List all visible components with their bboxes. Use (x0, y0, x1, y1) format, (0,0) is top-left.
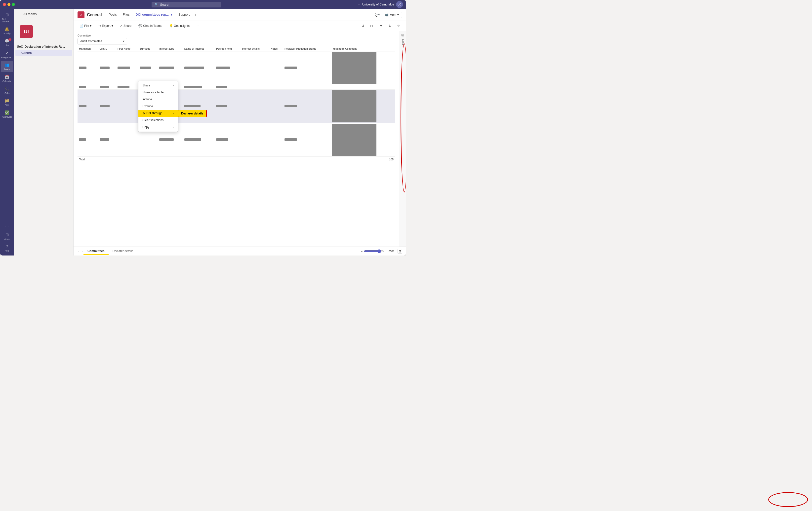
page-nav-left[interactable]: ‹ (78, 249, 81, 253)
sidebar-item-files[interactable]: 📁 Files (1, 97, 13, 108)
minimize-button[interactable] (7, 3, 10, 6)
table-row[interactable] (78, 85, 395, 90)
channel-tabs: Posts Files DOI committees rep... ▾ Supp… (106, 9, 375, 20)
filters-panel[interactable]: ⊞ Filters (399, 31, 406, 246)
teams-icon: 👥 (4, 63, 9, 67)
add-tab-button[interactable]: + (193, 10, 198, 20)
filters-label[interactable]: Filters (401, 39, 404, 47)
channel-item-general[interactable]: General (16, 50, 72, 56)
cell-data (118, 66, 130, 69)
total-value: 105 (389, 158, 394, 161)
file-icon: 📄 (80, 24, 83, 28)
tab-support[interactable]: Support (175, 9, 193, 20)
report-main[interactable]: Committee Audit Committee ▾ Mitigation (74, 31, 399, 246)
menu-item-copy[interactable]: Copy › (138, 124, 178, 130)
more-options-icon[interactable]: ··· (358, 3, 360, 6)
sidebar-item-teams[interactable]: 👥 Teams (1, 61, 13, 72)
bookmark-button[interactable]: ⊡ (368, 22, 375, 29)
channel-header-actions: 💬 📹 Meet ▾ (375, 12, 402, 18)
menu-item-drill-through[interactable]: ⊙ Drill through › Declarer details (138, 110, 178, 117)
sidebar-item-calls[interactable]: 📞 Calls (1, 85, 13, 96)
report-toolbar: 📄 File ▾ ⇥ Export ▾ ↗ Share 💬 Chat in Te… (74, 21, 406, 31)
share-button[interactable]: ↗ Share (118, 23, 134, 29)
sidebar-item-chat[interactable]: 3 💬 Chat (1, 37, 13, 48)
committee-filter: Committee Audit Committee ▾ (78, 34, 395, 44)
table-row[interactable] (78, 51, 395, 85)
tab-posts[interactable]: Posts (106, 9, 120, 20)
view-options-button[interactable]: □▾ (376, 22, 383, 29)
meet-icon: 📹 (385, 13, 388, 17)
favorite-button[interactable]: ☆ (395, 22, 402, 29)
col-name-of-interest: Name of interest (183, 47, 215, 51)
context-menu-overlay: Share › Show as a table Include (138, 81, 178, 132)
col-notes: Notes (269, 47, 283, 51)
menu-item-show-as-table[interactable]: Show as a table (138, 89, 178, 96)
get-insights-button[interactable]: 💡 Get insights (167, 23, 192, 29)
sidebar-item-get-started[interactable]: ⊞ Get started (1, 11, 13, 24)
cell-data (216, 138, 228, 141)
export-button[interactable]: ⇥ Export ▾ (96, 23, 115, 29)
sidebar-item-label: Files (4, 104, 9, 106)
fit-page-icon[interactable]: ⊡ (398, 249, 402, 253)
undo-button[interactable]: ↺ (359, 22, 367, 29)
page-tab-declarer-details[interactable]: Declarer details (109, 248, 137, 255)
cell-data (99, 66, 110, 69)
cell-data (285, 66, 297, 69)
filter-toggle-icon[interactable]: ⊞ (401, 33, 404, 37)
cell-data (184, 66, 204, 69)
chat-action-icon[interactable]: 💬 (375, 12, 380, 17)
zoom-in-icon[interactable]: + (385, 249, 387, 253)
page-nav-right[interactable]: › (81, 249, 84, 253)
toolbar-more-button[interactable]: ··· (195, 23, 201, 29)
more-icon: ··· (5, 224, 8, 229)
page-tab-committees[interactable]: Committees (84, 248, 109, 255)
file-button[interactable]: 📄 File ▾ (78, 23, 93, 29)
cell-data (118, 86, 129, 88)
menu-item-share[interactable]: Share › (138, 82, 178, 89)
chat-in-teams-button[interactable]: 💬 Chat in Teams (137, 23, 164, 29)
zoom-out-icon[interactable]: − (361, 249, 362, 253)
submenu-arrow-icon: › (173, 84, 174, 87)
menu-item-exclude[interactable]: Exclude (138, 103, 178, 110)
title-bar-search: 🔍 Search (15, 2, 358, 7)
traffic-lights (3, 3, 15, 6)
sidebar-item-help[interactable]: ? Help (1, 243, 13, 253)
sidebar-item-assignments[interactable]: ✓ Assignme... (1, 49, 13, 60)
close-button[interactable] (3, 3, 6, 6)
tab-doi[interactable]: DOI committees rep... ▾ (133, 9, 175, 20)
col-mitigation-comment: Mitigation Comment (331, 47, 395, 51)
tab-files[interactable]: Files (120, 9, 133, 20)
search-box[interactable]: 🔍 Search (151, 2, 221, 7)
zoom-slider[interactable] (364, 249, 384, 253)
col-position-held: Position held (215, 47, 240, 51)
all-teams-label[interactable]: All teams (23, 12, 36, 16)
menu-item-clear-selections[interactable]: Clear selections (138, 117, 178, 124)
table-row[interactable] (78, 123, 395, 157)
maximize-button[interactable] (12, 3, 15, 6)
user-avatar[interactable]: UC (396, 1, 403, 8)
col-mitigation: Mitigation (78, 47, 98, 51)
menu-item-include[interactable]: Include (138, 96, 178, 103)
sidebar-item-calendar[interactable]: 📅 Calendar (1, 73, 13, 84)
sidebar-item-apps[interactable]: ⊞ Apps (1, 231, 13, 242)
drill-submenu[interactable]: Declarer details (178, 110, 207, 117)
sidebar-item-activity[interactable]: 🔔 Activity (1, 25, 13, 36)
team-name: UoC_Declaration of Interests Re... ··· (14, 44, 73, 50)
title-bar-right: ··· University of Cambridge UC (358, 1, 403, 8)
export-chevron-icon: ▾ (112, 24, 113, 28)
table-row[interactable] (78, 90, 395, 123)
submenu-arrow-drill-icon: › (173, 112, 174, 115)
team-more-icon[interactable]: ··· (67, 45, 69, 48)
toolbar-separator (385, 23, 385, 28)
cell-data (216, 86, 227, 88)
committee-select[interactable]: Audit Committee ▾ (78, 38, 127, 44)
refresh-button[interactable]: ↻ (387, 22, 394, 29)
meet-chevron-icon: ▾ (397, 13, 399, 17)
sidebar-item-label: Get started (2, 18, 12, 23)
back-arrow[interactable]: ← (18, 12, 21, 16)
select-chevron-icon: ▾ (123, 39, 124, 43)
meet-button[interactable]: 📹 Meet ▾ (382, 12, 402, 18)
left-nav: ⊞ Get started 🔔 Activity 3 💬 Chat ✓ Assi… (0, 9, 14, 256)
sidebar-item-approvals[interactable]: ✅ Approvals (1, 109, 13, 120)
sidebar-item-more[interactable]: ··· (1, 222, 13, 230)
